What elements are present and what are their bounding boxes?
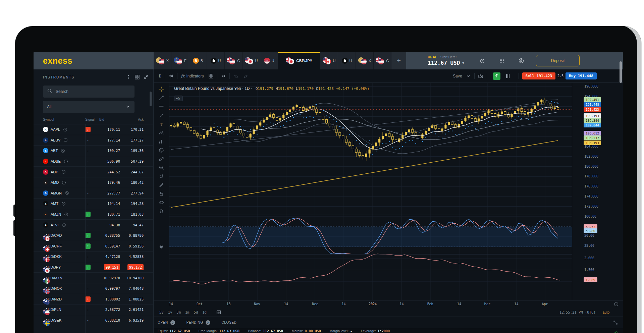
- instrument-tab-eur-usd[interactable]: E: [171, 52, 189, 69]
- ask-value[interactable]: 507.29: [120, 159, 144, 163]
- timeframe-3m[interactable]: 3m: [175, 310, 182, 315]
- search-input[interactable]: [56, 89, 130, 94]
- watchlist-row-ADBE[interactable]: AADBE-506.90507.29: [34, 156, 153, 167]
- instrument-tab-oil[interactable]: U: [207, 52, 225, 69]
- watchlist-row-AUD-MXN[interactable]: AUD/MXN-10.9297010.94700: [34, 272, 153, 283]
- go-to-date-icon[interactable]: [216, 310, 221, 315]
- bid-value[interactable]: 6.88210: [99, 318, 120, 322]
- interval-button[interactable]: D: [159, 74, 161, 78]
- ask-value[interactable]: 94.47: [120, 223, 144, 227]
- positions-tab-closed[interactable]: CLOSED: [222, 321, 237, 324]
- instrument-tab-gbp-jpy-active[interactable]: GBP/JPY: [278, 52, 320, 69]
- ask-value[interactable]: 177.27: [120, 138, 144, 142]
- favorites-heart-icon[interactable]: [158, 243, 165, 251]
- account-switcher[interactable]: REAL Start Here! 112.67 USD ▼: [428, 52, 464, 69]
- deposit-button[interactable]: Deposit: [536, 55, 580, 66]
- bar-replay-icon[interactable]: [221, 73, 226, 79]
- text-icon[interactable]: T: [158, 120, 165, 128]
- watchlist-row-AMD[interactable]: aAMD-179.46180.42: [34, 177, 153, 188]
- ask-value[interactable]: 170.31: [120, 127, 144, 131]
- bid-value[interactable]: 6.99797: [99, 286, 120, 290]
- ask-value[interactable]: 0.59156: [120, 244, 144, 248]
- apps-grid-icon[interactable]: [499, 58, 504, 63]
- ask-value[interactable]: 7.04048: [120, 286, 144, 290]
- timeframe-5y[interactable]: 5y: [158, 310, 165, 315]
- ask-value[interactable]: 244.67: [120, 170, 144, 174]
- ask-value[interactable]: 2.61421: [120, 308, 144, 312]
- bid-value[interactable]: 2.58772: [99, 308, 120, 312]
- timeframe-5d[interactable]: 5d: [192, 310, 200, 315]
- ask-value[interactable]: 0.88780: [120, 233, 144, 237]
- trash-icon[interactable]: [158, 208, 165, 215]
- positions-tab-open[interactable]: OPEN0: [158, 320, 175, 325]
- watchlist-row-AMGN[interactable]: AAMGN-277.77277.94: [34, 188, 153, 199]
- save-button[interactable]: Save: [453, 74, 462, 78]
- ask-value[interactable]: 1.08825: [120, 297, 144, 301]
- bid-value[interactable]: 194.14: [99, 202, 120, 206]
- ask-value[interactable]: 277.94: [120, 191, 144, 195]
- bid-value[interactable]: 179.46: [99, 180, 120, 184]
- chevron-down-icon[interactable]: [466, 73, 471, 79]
- forecast-icon[interactable]: [158, 138, 165, 145]
- scale-reset-icon[interactable]: [613, 301, 619, 307]
- chart-symbol-title[interactable]: Great Britain Pound vs Japanese Yen · 1D…: [174, 86, 252, 91]
- magnet-icon[interactable]: [158, 173, 165, 180]
- auto-scale-button[interactable]: auto: [603, 310, 609, 314]
- layout-grid-icon[interactable]: [208, 73, 214, 79]
- chart-plot[interactable]: Great Britain Pound vs Japanese Yen · 1D…: [169, 83, 572, 300]
- bid-value[interactable]: 94.38: [99, 223, 120, 227]
- buy-button[interactable]: Buy 191.448: [566, 72, 597, 79]
- chart-type-icon[interactable]: [168, 73, 174, 79]
- undo-icon[interactable]: [233, 73, 238, 79]
- watchlist-row-AUD-CHF[interactable]: AUD/CHF↑0.591470.59156: [34, 241, 153, 252]
- clock-utc[interactable]: 12:55:21 PM (UTC): [559, 310, 595, 314]
- zoom-in-icon[interactable]: [158, 164, 165, 171]
- bid-value[interactable]: 180.71: [99, 212, 120, 216]
- bid-value[interactable]: 4.47120: [99, 255, 120, 259]
- pencil-icon[interactable]: [158, 181, 165, 189]
- window-scrollbar[interactable]: [620, 61, 622, 83]
- add-tab-button[interactable]: +: [391, 52, 406, 69]
- bid-value[interactable]: 277.77: [99, 191, 120, 195]
- ruler-icon[interactable]: [158, 155, 165, 163]
- instrument-tab-oil[interactable]: U: [338, 52, 356, 69]
- watchlist-row-ADP[interactable]: AADP-244.52244.67: [34, 166, 153, 177]
- bid-value[interactable]: 170.11: [99, 127, 120, 131]
- price-axis[interactable]: 196.000194.000184.000182.000180.000178.0…: [572, 83, 605, 300]
- fib-retracement-icon[interactable]: [158, 103, 165, 110]
- ask-value[interactable]: 99.172: [120, 265, 144, 269]
- ask-value[interactable]: 6.93519: [120, 318, 144, 322]
- expand-panel-icon[interactable]: [613, 320, 618, 325]
- instrument-tab-usd-cad[interactable]: U: [320, 52, 338, 69]
- ask-value[interactable]: 4.52838: [120, 255, 144, 259]
- ask-value[interactable]: 10.94700: [120, 276, 144, 280]
- crosshair-icon[interactable]: [158, 86, 165, 93]
- watchlist-row-ABT[interactable]: aABT-109.27109.36: [34, 145, 153, 156]
- watchlist-scrollbar[interactable]: [150, 92, 152, 106]
- watchlist-row-AUD-PLN[interactable]: AUD/PLN-2.587722.61421: [34, 304, 153, 315]
- bid-value[interactable]: 109.27: [99, 149, 120, 153]
- watchlist-row-AUD-DKK[interactable]: AUD/DKK-4.471204.52838: [34, 251, 153, 262]
- legend-collapse-chip[interactable]: 5: [174, 96, 183, 101]
- watchlist-row-AAPL[interactable]: AAAPL↓170.11170.31: [34, 124, 153, 135]
- panel-collapse-icon[interactable]: [143, 74, 149, 80]
- bid-value[interactable]: 10.92970: [99, 276, 120, 280]
- watchlist-row-AMZN[interactable]: aAMZN↑180.71181.03: [34, 209, 153, 220]
- xabcd-pattern-icon[interactable]: [158, 129, 165, 136]
- profile-icon[interactable]: [519, 58, 524, 63]
- bid-value[interactable]: 177.14: [99, 138, 120, 142]
- ask-value[interactable]: 180.42: [120, 180, 144, 184]
- watchlist-row-ABBV[interactable]: aABBV-177.14177.27: [34, 135, 153, 146]
- panel-layout-icon[interactable]: [135, 74, 140, 80]
- lock-icon[interactable]: [158, 190, 165, 198]
- instrument-tab-xau-usd[interactable]: X: [154, 52, 171, 69]
- eye-icon[interactable]: [158, 199, 165, 206]
- watchlist-row-AUD-JPY[interactable]: AUD/JPY↑99.15199.172: [34, 262, 153, 273]
- brush-icon[interactable]: [158, 112, 165, 119]
- instrument-tab-gbp-usd[interactable]: G: [225, 52, 243, 69]
- instrument-tab-usd-jpy[interactable]: U: [243, 52, 260, 69]
- columns-icon[interactable]: [505, 73, 511, 79]
- ask-value[interactable]: 194.28: [120, 202, 144, 206]
- bid-value[interactable]: 99.151: [99, 265, 120, 269]
- bid-value[interactable]: 0.59147: [99, 244, 120, 248]
